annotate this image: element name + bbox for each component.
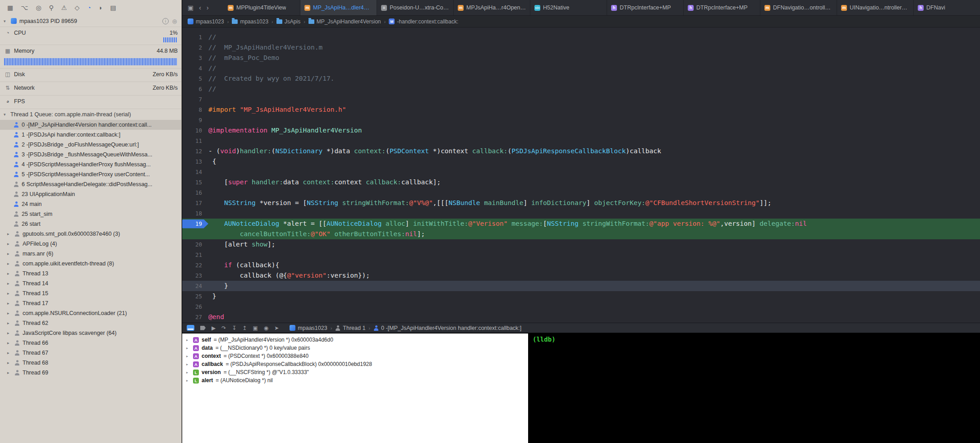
- editor-tab[interactable]: hDTRpcInterface+MP: [607, 0, 684, 15]
- test-navigator-icon[interactable]: ◇: [74, 4, 79, 11]
- code-line-text[interactable]: [alert show];: [208, 239, 980, 250]
- thread-row[interactable]: Thread 68: [0, 358, 181, 368]
- line-number[interactable]: 21: [182, 250, 208, 260]
- jumpbar-item[interactable]: M-handler:context:callback:: [389, 18, 458, 25]
- disclosure-icon[interactable]: [4, 112, 8, 117]
- disclosure-icon[interactable]: [7, 291, 12, 296]
- disclosure-icon[interactable]: ▸: [186, 338, 190, 342]
- disclosure-icon[interactable]: [7, 232, 12, 236]
- source-control-navigator-icon[interactable]: ⌥: [21, 4, 28, 11]
- editor-tab[interactable]: </>H52Native: [530, 0, 607, 15]
- line-number[interactable]: 19: [182, 219, 208, 228]
- code-line[interactable]: 25 }: [182, 291, 980, 301]
- stack-frame-row[interactable]: 23 UIApplicationMain: [0, 189, 181, 199]
- thread-row[interactable]: APFileLog (4): [0, 239, 181, 249]
- stack-frame-row[interactable]: 3 -[PSDJsBridge _flushMessageQueueWithMe…: [0, 150, 181, 160]
- process-info-icon[interactable]: i: [162, 18, 169, 24]
- jumpbar-item[interactable]: mpaas1023: [232, 18, 268, 25]
- code-line[interactable]: 21: [182, 250, 980, 260]
- step-over-button[interactable]: ↷: [221, 325, 226, 331]
- code-line-text[interactable]: }: [208, 281, 980, 291]
- stack-frame-row[interactable]: 5 -[PSDScriptMessageHandlerProxy userCon…: [0, 169, 181, 179]
- thread-row[interactable]: gputools.smt_poll.0x60000387e460 (3): [0, 229, 181, 239]
- thread-row[interactable]: Thread 67: [0, 348, 181, 358]
- line-number[interactable]: 25: [182, 291, 208, 301]
- code-line[interactable]: 27@end: [182, 312, 980, 322]
- code-line[interactable]: 22 if (callback){: [182, 260, 980, 270]
- disclosure-icon[interactable]: [7, 301, 12, 306]
- line-number[interactable]: 7: [182, 94, 208, 105]
- line-number[interactable]: 10: [182, 125, 208, 136]
- line-number[interactable]: 17: [182, 198, 208, 208]
- code-line-text[interactable]: //: [208, 63, 980, 73]
- debug-navigator-icon[interactable]: ◔: [87, 4, 91, 11]
- code-line-text[interactable]: // Created by wyy on 2021/7/17.: [208, 73, 980, 84]
- code-line-text[interactable]: //: [208, 84, 980, 94]
- code-line[interactable]: 12- (void)handler:(NSDictionary *)data c…: [182, 146, 980, 156]
- thread-row[interactable]: Thread 66: [0, 338, 181, 348]
- code-line-text[interactable]: #import "MP_JsApiHandler4Version.h": [208, 105, 980, 115]
- code-line-text[interactable]: [208, 167, 980, 177]
- jumpbar-item[interactable]: mpaas1023: [188, 18, 224, 25]
- disclosure-icon[interactable]: [7, 341, 12, 345]
- debug-breadcrumb-item[interactable]: mpaas1023: [290, 325, 327, 331]
- project-navigator-icon[interactable]: ▦: [7, 4, 13, 11]
- code-line[interactable]: 6//: [182, 84, 980, 94]
- simulate-location-button[interactable]: ➤: [274, 325, 279, 331]
- disclosure-icon[interactable]: [7, 351, 12, 355]
- thread-header[interactable]: Thread 1 Queue: com.apple.main-thread (s…: [0, 109, 181, 120]
- stack-frame-row[interactable]: 0 -[MP_JsApiHandler4Version handler:cont…: [0, 120, 181, 130]
- disclosure-icon[interactable]: [7, 271, 12, 276]
- editor-tab[interactable]: mDFNavigatio…ontroller+MP: [760, 0, 837, 15]
- gauge-network[interactable]: ⇅ Network Zero KB/s: [0, 82, 181, 96]
- issue-navigator-icon[interactable]: ⚠: [61, 4, 67, 11]
- gauge-cpu[interactable]: ◔ CPU 1%: [0, 27, 181, 45]
- disclosure-icon[interactable]: [7, 242, 12, 246]
- code-line[interactable]: 14: [182, 167, 980, 177]
- code-line[interactable]: 24 }: [182, 281, 980, 291]
- line-number[interactable]: 22: [182, 260, 208, 270]
- thread-row[interactable]: Thread 17: [0, 298, 181, 308]
- code-line[interactable]: 16: [182, 187, 980, 198]
- disclosure-icon[interactable]: [7, 281, 12, 286]
- disclosure-icon[interactable]: ▸: [186, 354, 190, 358]
- code-line-text[interactable]: //: [208, 32, 980, 42]
- gauge-memory[interactable]: ▦ Memory 44.8 MB: [0, 45, 181, 69]
- breakpoints-toggle-button[interactable]: [200, 326, 206, 330]
- line-number[interactable]: 5: [182, 73, 208, 84]
- disclosure-icon[interactable]: ▸: [186, 362, 190, 366]
- code-line-text[interactable]: AUNoticeDialog *alert = [[AUNoticeDialog…: [208, 219, 980, 229]
- line-number[interactable]: 2: [182, 42, 208, 53]
- thread-row[interactable]: Thread 62: [0, 318, 181, 328]
- thread-row[interactable]: Thread 13: [0, 269, 181, 279]
- code-line-text[interactable]: [208, 136, 980, 146]
- step-into-button[interactable]: ↧: [232, 325, 236, 331]
- code-line-text[interactable]: // MP_JsApiHandler4Version.m: [208, 42, 980, 53]
- find-navigator-icon[interactable]: ⚲: [49, 4, 54, 11]
- code-line-text[interactable]: NSString *version = [NSString stringWith…: [208, 198, 980, 208]
- code-editor[interactable]: 1//2// MP_JsApiHandler4Version.m3// mPaa…: [182, 27, 980, 323]
- line-number[interactable]: 15: [182, 177, 208, 187]
- line-number[interactable]: 26: [182, 301, 208, 312]
- code-line[interactable]: 2// MP_JsApiHandler4Version.m: [182, 42, 980, 53]
- symbol-navigator-icon[interactable]: ◎: [36, 4, 41, 11]
- line-number[interactable]: 11: [182, 136, 208, 146]
- debug-breadcrumb-item[interactable]: 0 -[MP_JsApiHandler4Version handler:cont…: [373, 325, 521, 331]
- code-line[interactable]: 4//: [182, 63, 980, 73]
- code-line-text[interactable]: [208, 94, 980, 105]
- breakpoint-navigator-icon[interactable]: ◗: [99, 4, 102, 11]
- line-number[interactable]: 14: [182, 167, 208, 177]
- code-line[interactable]: 18: [182, 208, 980, 219]
- code-line-text[interactable]: callback (@{@"version":version});: [208, 270, 980, 281]
- code-line-text[interactable]: - (void)handler:(NSDictionary *)data con…: [208, 146, 980, 156]
- stack-frame-row[interactable]: 24 main: [0, 199, 181, 209]
- disclosure-icon[interactable]: [7, 311, 12, 315]
- code-line[interactable]: 15 [super handler:data context:context c…: [182, 177, 980, 187]
- editor-tab[interactable]: hDTRpcInterface+MP: [684, 0, 760, 15]
- jumpbar-item[interactable]: MP_JsApiHandler4Version: [308, 18, 381, 25]
- code-line-text[interactable]: if (callback){: [208, 260, 980, 270]
- code-line[interactable]: 13 {: [182, 156, 980, 167]
- variable-row[interactable]: ▸Lalert= (AUNoticeDialog *) nil: [182, 376, 528, 384]
- code-line-text[interactable]: // mPaas_Poc_Demo: [208, 53, 980, 63]
- code-line-text[interactable]: [208, 250, 980, 260]
